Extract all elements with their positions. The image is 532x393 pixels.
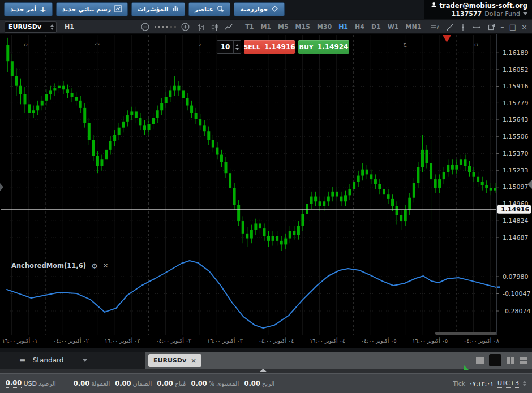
account-fund-name: Dollar Fund xyxy=(484,10,520,18)
zoom-level-dots[interactable] xyxy=(155,26,176,28)
layout-vertical-split-icon[interactable] xyxy=(507,357,514,364)
panel-expander-icon[interactable] xyxy=(259,369,267,372)
layout-horizontal-split-icon[interactable] xyxy=(520,357,527,364)
account-panel[interactable]: trader@mobius-soft.org 1137577 Dollar Fu… xyxy=(424,0,532,19)
svg-text:ج: ج xyxy=(403,40,407,47)
margin-level-value: 0.00 xyxy=(191,379,207,387)
hamburger-icon: ≡ xyxy=(19,356,26,364)
tick-label: Tick xyxy=(453,380,465,387)
svg-text:1.15370: 1.15370 xyxy=(503,150,529,157)
svg-text:1.15779: 1.15779 xyxy=(503,100,529,107)
volume-input[interactable]: 10 xyxy=(217,40,241,54)
svg-text:-0.10047: -0.10047 xyxy=(503,290,530,297)
sell-button[interactable]: SELL 1.14916 xyxy=(244,40,295,54)
popout-window-icon[interactable] xyxy=(488,23,495,31)
margin-stat: 0.00 الضمان xyxy=(115,379,152,387)
symbol-select[interactable]: EURUSDv xyxy=(5,21,57,33)
margin-level-percent: % xyxy=(209,380,214,387)
buy-label: BUY xyxy=(299,44,314,51)
layout-switcher xyxy=(476,354,527,366)
chart-tab-close-icon[interactable]: × xyxy=(191,357,196,364)
profile-selector[interactable]: ≡ Standard xyxy=(0,352,145,369)
svg-text:٠٨ أكتوبر ٠٤:٠٠: ٠٨ أكتوبر ٠٤:٠٠ xyxy=(464,337,499,344)
zoom-in-icon[interactable] xyxy=(181,23,190,31)
svg-text:0.07980: 0.07980 xyxy=(503,273,529,280)
commission-label: العمولة xyxy=(91,380,110,387)
new-order-button[interactable]: أمر جديد + xyxy=(4,2,53,16)
svg-text:1.14824: 1.14824 xyxy=(503,217,529,224)
indicator-list-icon[interactable]: f xyxy=(430,23,439,31)
sell-price: 1.14916 xyxy=(264,43,295,51)
left-panel-toggle-icon[interactable] xyxy=(0,183,3,191)
indicators-label: المؤشرات xyxy=(138,6,169,13)
svg-text:٠٣ أكتوبر ٠٤:٠٠: ٠٣ أكتوبر ٠٤:٠٠ xyxy=(156,337,191,344)
indicator-legend: AnchoredMom(11,6) ⚙ ✕ xyxy=(11,262,109,270)
chart-type-bars-icon[interactable] xyxy=(198,23,205,31)
tab-timeframe-mn1[interactable]: MN1 xyxy=(402,23,424,31)
profit-value: 0.00 xyxy=(244,379,260,387)
price-chart-canvas[interactable]: نثرخجن1.161891.160521.159161.157791.1564… xyxy=(0,34,532,348)
sell-label: SELL xyxy=(243,44,260,51)
chart-tab-label: EURUSDv xyxy=(153,357,186,364)
volume-stepper[interactable] xyxy=(233,41,241,53)
layout-single-icon[interactable] xyxy=(476,357,484,364)
svg-text:٠٢ أكتوبر ١٦:٠٠: ٠٢ أكتوبر ١٦:٠٠ xyxy=(105,337,140,344)
symbol-spinner[interactable] xyxy=(50,24,54,30)
svg-text:-0.28074: -0.28074 xyxy=(503,308,530,315)
svg-text:٠١ أكتوبر ١٦:٠٠: ٠١ أكتوبر ١٦:٠٠ xyxy=(2,337,38,344)
objects-icon xyxy=(217,5,224,14)
tab-timeframe-w1[interactable]: W1 xyxy=(384,23,402,31)
chart-tab-eurusd[interactable]: EURUSDv × xyxy=(148,354,201,367)
tick-clock: Tick ٠٧:١٣:٠١ UTC+3 xyxy=(453,379,526,388)
profit-label: الربح xyxy=(262,380,275,387)
minimize-icon[interactable]: – xyxy=(500,23,504,31)
maximize-icon[interactable]: □ xyxy=(509,23,516,31)
commission-stat: 0.00 العمولة xyxy=(74,379,110,387)
svg-text:1.15916: 1.15916 xyxy=(503,83,529,90)
svg-text:1.16189: 1.16189 xyxy=(503,49,529,57)
horizontal-line-icon[interactable] xyxy=(472,24,481,30)
tab-timeframe-t1[interactable]: T1 xyxy=(242,23,257,31)
commission-value: 0.00 xyxy=(74,379,89,387)
tab-timeframe-m1[interactable]: M1 xyxy=(257,23,274,31)
close-icon[interactable]: × xyxy=(521,23,527,31)
chart-type-candles-icon[interactable] xyxy=(211,23,218,31)
new-chart-label: رسم بياني جديد xyxy=(62,6,111,13)
buy-button[interactable]: BUY 1.14924 xyxy=(298,40,349,54)
person-icon xyxy=(431,2,437,10)
balance-stat[interactable]: 0.00 USD الرصيد xyxy=(6,379,56,388)
profile-name: Standard xyxy=(33,356,64,364)
trendline-icon[interactable] xyxy=(446,23,454,31)
tab-timeframe-d1[interactable]: D1 xyxy=(368,23,384,31)
chart-type-line-icon[interactable] xyxy=(225,23,233,31)
tick-time: ٠٧:١٣:٠١ xyxy=(469,380,494,387)
zoom-out-icon[interactable] xyxy=(141,23,149,31)
tab-timeframe-m5[interactable]: M5 xyxy=(274,23,292,31)
indicator-settings-gear-icon[interactable]: ⚙ xyxy=(91,262,98,270)
new-chart-button[interactable]: رسم بياني جديد xyxy=(56,2,128,16)
right-panel-toggle-icon[interactable] xyxy=(527,180,532,189)
tab-timeframe-h4[interactable]: H4 xyxy=(351,23,368,31)
margin-level-label: المستوى xyxy=(216,380,239,387)
indicator-close-icon[interactable]: ✕ xyxy=(103,262,109,269)
free-margin-stat: 0.00 مُتاح xyxy=(157,379,186,387)
algo-diamond-icon xyxy=(271,5,278,14)
svg-text:٠٥ أكتوبر ٠٤:٠٠: ٠٥ أكتوبر ٠٤:٠٠ xyxy=(361,337,397,344)
indicators-button[interactable]: المؤشرات xyxy=(131,2,185,16)
timezone-stepper-icon[interactable] xyxy=(523,381,526,386)
timezone-selector[interactable]: UTC+3 xyxy=(497,379,519,388)
layout-grid-2x2-icon[interactable] xyxy=(489,354,501,366)
svg-text:٠٤ أكتوبر ١٦:٠٠: ٠٤ أكتوبر ١٦:٠٠ xyxy=(310,337,345,344)
buy-price: 1.14924 xyxy=(318,43,349,51)
indicators-icon xyxy=(172,5,179,14)
tab-timeframe-m15[interactable]: M15 xyxy=(292,23,314,31)
algo-trading-button[interactable]: خوارزمية xyxy=(234,2,285,16)
objects-button[interactable]: عناصر xyxy=(188,2,231,16)
chart-toolbar: EURUSDv H1 T1 M1 M5 M15 M30 H1 H4 D1 W1 xyxy=(0,20,532,34)
timeframe-group: T1 M1 M5 M15 M30 H1 H4 D1 W1 MN1 xyxy=(242,23,424,31)
vertical-line-icon[interactable] xyxy=(461,23,465,31)
tab-timeframe-h1[interactable]: H1 xyxy=(335,23,351,31)
top-toolbar: أمر جديد + رسم بياني جديد المؤشرات عناصر… xyxy=(0,0,532,19)
account-caret-down-icon[interactable] xyxy=(523,12,527,15)
tab-timeframe-m30[interactable]: M30 xyxy=(314,23,335,31)
